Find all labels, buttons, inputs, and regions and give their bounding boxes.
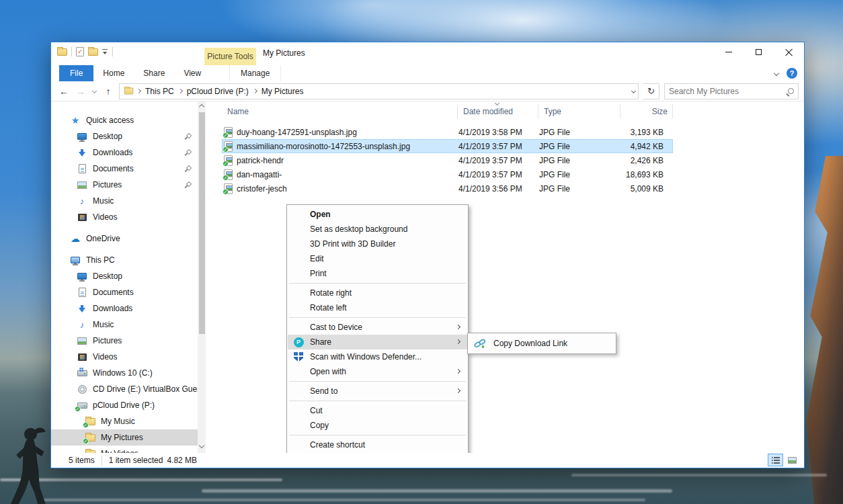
menu-item-edit[interactable]: Edit — [288, 251, 467, 266]
menu-item-scan-with-defender[interactable]: Scan with Windows Defender... — [288, 349, 467, 364]
jpg-file-icon — [224, 127, 233, 138]
downloads-icon — [77, 303, 87, 314]
collapse-ribbon-chevron-icon[interactable] — [774, 71, 779, 76]
sidebar-item-quick-access[interactable]: ★ Quick access — [51, 112, 198, 128]
search-icon[interactable] — [788, 88, 794, 94]
minimize-button[interactable] — [713, 42, 744, 62]
breadcrumb-chevron-icon[interactable] — [253, 89, 257, 93]
new-folder-icon[interactable] — [88, 48, 98, 56]
defender-shield-icon — [293, 351, 304, 362]
menu-item-delete[interactable]: Delete — [288, 452, 467, 453]
menu-item-3d-print[interactable]: 3D Print with 3D Builder — [288, 237, 467, 251]
recent-locations-chevron-icon[interactable] — [92, 89, 97, 93]
menu-item-rotate-right[interactable]: Rotate right — [288, 286, 467, 300]
menu-item-send-to[interactable]: Send to — [288, 384, 467, 398]
submenu-arrow-icon — [456, 339, 460, 344]
column-header-type[interactable]: Type — [538, 104, 620, 119]
menu-separator — [289, 381, 466, 382]
sidebar-item-music[interactable]: ♪ Music — [51, 193, 198, 209]
pin-icon — [184, 181, 191, 188]
sidebar-item-pc-documents[interactable]: Documents — [51, 284, 198, 300]
column-header-size[interactable]: Size — [620, 104, 673, 119]
breadcrumb-my-pictures[interactable]: My Pictures — [260, 87, 305, 96]
column-header-date-modified[interactable]: Date modified — [458, 104, 538, 119]
sidebar-item-pictures[interactable]: Pictures — [51, 177, 198, 193]
file-row[interactable]: dan-magatti- 4/1/2019 3:57 PM JPG File 1… — [222, 167, 673, 181]
sidebar-item-this-pc[interactable]: This PC — [51, 252, 198, 268]
scroll-up-icon[interactable] — [199, 104, 204, 110]
sidebar-item-onedrive[interactable]: ☁ OneDrive — [51, 230, 198, 247]
scrollbar-thumb[interactable] — [199, 112, 205, 334]
submenu-item-copy-download-link[interactable]: Copy Download Link — [468, 335, 616, 352]
explorer-content: ★ Quick access Desktop Downloads Documen… — [51, 101, 804, 453]
search-box[interactable] — [664, 83, 799, 99]
breadcrumb-pcloud-drive[interactable]: pCloud Drive (P:) — [186, 87, 250, 96]
help-icon[interactable]: ? — [787, 68, 797, 79]
menu-item-cast-to-device[interactable]: Cast to Device — [288, 320, 467, 335]
up-arrow-icon[interactable]: ↑ — [102, 86, 114, 97]
properties-icon[interactable] — [76, 47, 84, 56]
menu-item-cut[interactable]: Cut — [288, 403, 467, 418]
menu-item-copy[interactable]: Copy — [288, 418, 467, 433]
file-row-selected[interactable]: massimiliano-morosinotto-1472553-unsplas… — [222, 139, 673, 153]
tab-share[interactable]: Share — [134, 65, 174, 81]
sidebar-item-documents[interactable]: Documents — [51, 161, 198, 177]
picture-tools-contextual-tab[interactable]: Picture Tools — [204, 48, 256, 65]
thumbnails-view-button[interactable] — [785, 454, 800, 466]
sidebar-item-label: Documents — [93, 288, 198, 297]
customize-qat-dropdown-icon[interactable] — [102, 49, 108, 55]
menu-item-open[interactable]: Open — [288, 207, 467, 222]
pcloud-drive-icon — [77, 400, 87, 411]
sidebar-item-my-videos[interactable]: My Videos — [51, 446, 198, 453]
sidebar-item-pc-downloads[interactable]: Downloads — [51, 300, 198, 317]
details-view-button[interactable] — [768, 454, 783, 466]
tab-view[interactable]: View — [174, 65, 210, 81]
file-row[interactable]: patrick-hendr 4/1/2019 3:57 PM JPG File … — [222, 153, 673, 167]
ribbon-right-controls: ? — [774, 65, 797, 81]
back-arrow-icon[interactable]: ← — [58, 86, 70, 97]
menu-item-create-shortcut[interactable]: Create shortcut — [288, 437, 467, 452]
breadcrumb-chevron-icon[interactable] — [178, 89, 183, 93]
explorer-folder-icon[interactable] — [57, 48, 67, 56]
sidebar-item-pc-pictures[interactable]: Pictures — [51, 333, 198, 349]
downloads-icon — [77, 147, 87, 158]
sidebar-item-my-pictures[interactable]: My Pictures — [51, 429, 198, 446]
sidebar-item-cd-drive[interactable]: CD Drive (E:) VirtualBox Guest A — [51, 381, 198, 397]
sidebar-item-my-music[interactable]: My Music — [51, 413, 198, 429]
caption-buttons — [713, 42, 804, 62]
file-date: 4/1/2019 3:56 PM — [453, 184, 534, 194]
refresh-button[interactable]: ↻ — [643, 83, 659, 99]
maximize-button[interactable] — [744, 42, 774, 62]
scroll-down-icon[interactable] — [199, 443, 204, 448]
file-name: dan-magatti- — [237, 170, 453, 179]
search-input[interactable] — [669, 87, 788, 96]
address-box[interactable]: This PC pCloud Drive (P:) My Pictures — [119, 83, 639, 99]
file-size: 3,193 KB — [616, 128, 668, 137]
sidebar-item-pc-music[interactable]: ♪ Music — [51, 317, 198, 333]
menu-item-print[interactable]: Print — [288, 266, 467, 281]
sidebar-item-videos[interactable]: Videos — [51, 209, 198, 225]
menu-item-open-with[interactable]: Open with — [288, 364, 467, 379]
menu-item-set-as-desktop-background[interactable]: Set as desktop background — [288, 222, 467, 237]
forward-arrow-icon[interactable]: → — [75, 86, 87, 97]
column-header-name[interactable]: Name — [222, 104, 458, 119]
sidebar-item-pcloud-drive[interactable]: pCloud Drive (P:) — [51, 397, 198, 413]
breadcrumb-chevron-icon[interactable] — [136, 89, 141, 93]
sidebar-item-label: Pictures — [93, 180, 179, 190]
tab-home[interactable]: Home — [93, 65, 134, 81]
address-dropdown-chevron-icon[interactable] — [631, 89, 636, 93]
close-button[interactable] — [774, 42, 804, 62]
menu-item-share[interactable]: Share — [288, 335, 467, 349]
breadcrumb-this-pc[interactable]: This PC — [144, 87, 175, 96]
file-row[interactable]: duy-hoang-1472591-unsplash.jpg 4/1/2019 … — [222, 125, 673, 139]
sidebar-item-pc-desktop[interactable]: Desktop — [51, 268, 198, 284]
tab-file[interactable]: File — [59, 65, 93, 81]
sidebar-item-downloads[interactable]: Downloads — [51, 144, 198, 161]
sidebar-item-windows-c-drive[interactable]: Windows 10 (C:) — [51, 365, 198, 381]
sidebar-item-pc-videos[interactable]: Videos — [51, 349, 198, 365]
sidebar-scrollbar[interactable] — [198, 101, 206, 453]
sidebar-item-desktop[interactable]: Desktop — [51, 128, 198, 144]
tab-manage[interactable]: Manage — [229, 65, 281, 81]
file-row[interactable]: cristofer-jesch 4/1/2019 3:56 PM JPG Fil… — [222, 181, 673, 196]
menu-item-rotate-left[interactable]: Rotate left — [288, 300, 467, 315]
